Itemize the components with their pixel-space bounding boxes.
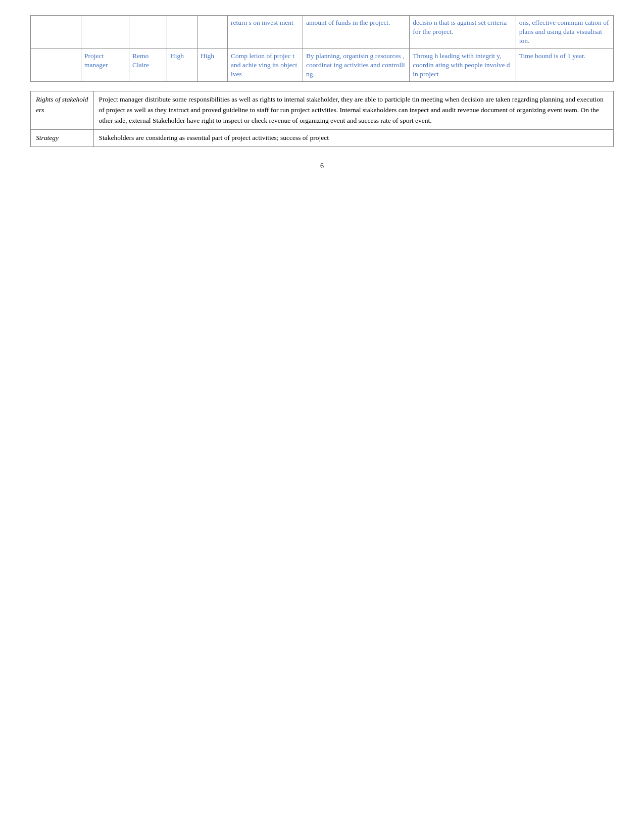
table-row-top: return s on invest ment amount of funds … xyxy=(31,16,614,49)
cell-through: Throug h leading with integrit y, coordi… xyxy=(410,48,516,82)
rights-label: Rights of stakeholders xyxy=(31,91,94,130)
page-container: return s on invest ment amount of funds … xyxy=(30,15,614,170)
cell-high-2: High xyxy=(197,48,228,82)
cell-time-bound: Time bound is of 1 year. xyxy=(516,48,613,82)
rights-section-table: Rights of stakeholders Project manager d… xyxy=(30,91,614,147)
cell-empty-3 xyxy=(129,16,167,49)
strategy-label: Strategy xyxy=(31,130,94,147)
cell-high-1: High xyxy=(167,48,197,82)
cell-empty-r2-1 xyxy=(31,48,81,82)
cell-return: return s on invest ment xyxy=(228,16,303,49)
cell-ons: ons, effective communi cation of plans a… xyxy=(516,16,613,49)
cell-decisio: decisio n that is against set criteria f… xyxy=(410,16,516,49)
cell-by-planning: By planning, organisin g resources , coo… xyxy=(303,48,410,82)
cell-empty-2 xyxy=(81,16,129,49)
cell-empty-4 xyxy=(167,16,197,49)
strategy-row: Strategy Stakeholders are considering as… xyxy=(31,130,614,147)
cell-completion: Comp letion of projec t and achie ving i… xyxy=(228,48,303,82)
cell-empty-1 xyxy=(31,16,81,49)
strategy-content: Stakeholders are considering as essentia… xyxy=(93,130,614,147)
rights-content: Project manager distribute some responsi… xyxy=(93,91,614,130)
cell-remo-claire: Remo Claire xyxy=(129,48,167,82)
cell-amount: amount of funds in the project. xyxy=(303,16,410,49)
page-number: 6 xyxy=(30,162,614,170)
table-row-main: Project manager Remo Claire High High Co… xyxy=(31,48,614,82)
cell-project-manager: Project manager xyxy=(81,48,129,82)
cell-empty-5 xyxy=(197,16,228,49)
main-table: return s on invest ment amount of funds … xyxy=(30,15,614,82)
rights-row: Rights of stakeholders Project manager d… xyxy=(31,91,614,130)
